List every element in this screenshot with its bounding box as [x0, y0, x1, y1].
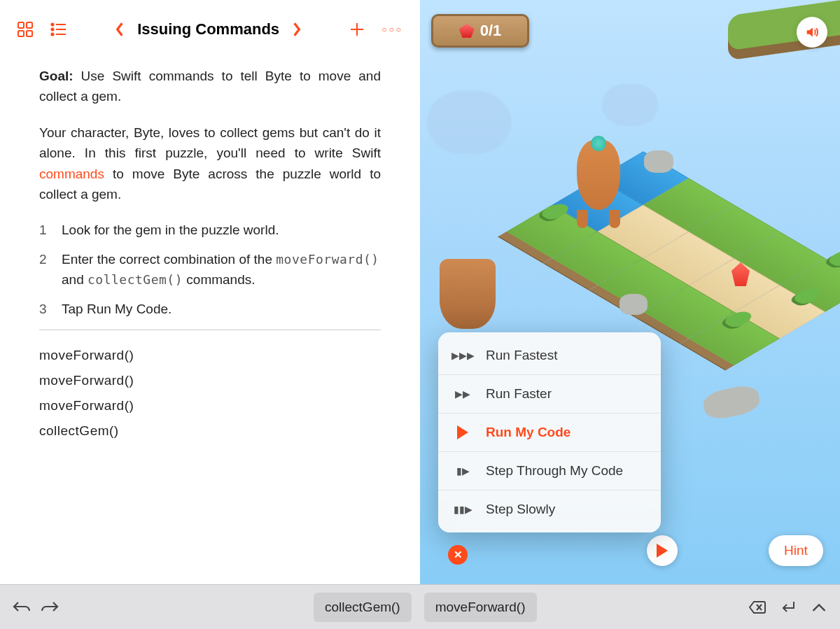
code-editor[interactable]: moveForward() moveForward() moveForward(… — [39, 343, 381, 444]
play-icon — [454, 425, 472, 439]
step-play-icon: ▮▶ — [454, 465, 472, 476]
byte-character — [570, 140, 626, 231]
hint-button[interactable]: Hint — [769, 535, 823, 566]
svg-rect-2 — [18, 31, 24, 36]
add-icon[interactable] — [349, 22, 365, 37]
lesson-toolbar: Issuing Commands ○○○ — [0, 13, 420, 46]
suggestion-moveforward[interactable]: moveForward() — [424, 593, 537, 622]
run-menu: ▶▶▶ Run Fastest ▶▶ Run Faster Run My Cod… — [438, 332, 661, 532]
commands-link[interactable]: commands — [39, 167, 104, 181]
lesson-content: Goal: Use Swift commands to tell Byte to… — [0, 46, 420, 444]
instruction-steps: Look for the gem in the puzzle world. En… — [39, 220, 381, 320]
backspace-button[interactable] — [749, 600, 766, 615]
svg-point-8 — [51, 33, 53, 35]
sound-toggle-button[interactable] — [797, 17, 827, 48]
step-1: Look for the gem in the puzzle world. — [39, 220, 381, 241]
world-pane: 0/1 ▶▶▶ Run Fastest ▶▶ R — [420, 0, 840, 584]
nav-next-icon[interactable] — [292, 22, 302, 37]
svg-point-4 — [51, 23, 53, 25]
code-line[interactable]: moveForward() — [39, 368, 381, 393]
goal-text: Goal: Use Swift commands to tell Byte to… — [39, 66, 381, 107]
svg-rect-0 — [18, 22, 24, 28]
cloud-decoration — [602, 84, 658, 126]
redo-button[interactable] — [41, 600, 59, 615]
code-line[interactable]: moveForward() — [39, 393, 381, 418]
list-view-icon[interactable] — [50, 21, 67, 38]
svg-point-6 — [51, 28, 53, 30]
fast-forward-2-icon: ▶▶ — [454, 388, 472, 400]
run-fastest-item[interactable]: ▶▶▶ Run Fastest — [438, 337, 661, 375]
rock-decoration — [620, 294, 648, 315]
undo-button[interactable] — [13, 600, 31, 615]
code-line[interactable]: collectGem() — [39, 418, 381, 444]
step-3: Tap Run My Code. — [39, 299, 381, 320]
step-2: Enter the correct combination of the mov… — [39, 250, 381, 290]
lesson-pane: Issuing Commands ○○○ Goal: Use Swift com… — [0, 0, 420, 584]
keyboard-toolbar: collectGem() moveForward() — [0, 584, 840, 629]
rock-decoration — [644, 150, 673, 173]
step-slow-icon: ▮▮▶ — [454, 504, 472, 515]
run-my-code-item[interactable]: Run My Code — [438, 414, 661, 452]
code-line[interactable]: moveForward() — [39, 343, 381, 368]
gem-icon — [459, 24, 475, 38]
gem-counter: 0/1 — [431, 14, 529, 48]
run-faster-item[interactable]: ▶▶ Run Faster — [438, 375, 661, 414]
more-icon[interactable]: ○○○ — [382, 24, 403, 34]
chevron-up-button[interactable] — [811, 600, 827, 615]
cloud-decoration — [427, 91, 511, 154]
cliff-decoration — [440, 259, 496, 329]
gem-count-label: 0/1 — [480, 22, 502, 40]
intro-text: Your character, Byte, loves to collect g… — [39, 122, 381, 205]
content-divider — [39, 330, 381, 330]
return-button[interactable] — [780, 600, 797, 615]
fast-forward-3-icon: ▶▶▶ — [454, 350, 472, 361]
step-slowly-item[interactable]: ▮▮▶ Step Slowly — [438, 490, 661, 528]
grid-view-icon[interactable] — [17, 21, 34, 38]
page-title: Issuing Commands — [137, 20, 279, 38]
nav-prev-icon[interactable] — [115, 22, 125, 37]
step-through-item[interactable]: ▮▶ Step Through My Code — [438, 452, 661, 490]
close-menu-button[interactable]: ✕ — [448, 545, 468, 565]
run-button[interactable] — [647, 535, 678, 566]
svg-rect-1 — [27, 22, 32, 28]
suggestion-collectgem[interactable]: collectGem() — [314, 593, 412, 622]
svg-rect-3 — [27, 31, 32, 36]
